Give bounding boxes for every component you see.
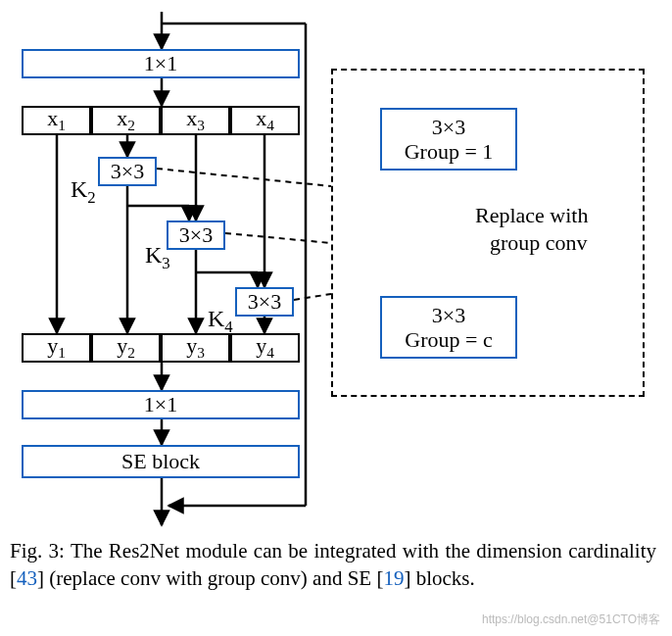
ref-19: 19 [383,566,404,590]
ref-43: 43 [17,566,37,590]
label: 1×1 [144,392,177,417]
out-y2: y2 [91,333,161,363]
k3-label: K3 [145,242,170,273]
label: x1 [47,106,66,134]
out-y4: y4 [230,333,300,363]
label: x3 [186,106,205,134]
line2: Group = 1 [405,139,494,164]
svg-line-20 [225,233,331,243]
label: x4 [256,106,274,134]
top-1x1-conv: 1×1 [22,49,300,78]
edge-label-1: Replace with [475,203,588,228]
groupconv-bottom: 3×3 Group = c [380,296,517,359]
groupconv-top: 3×3 Group = 1 [380,108,517,171]
bottom-1x1-conv: 1×1 [22,390,300,419]
label: y4 [256,333,274,362]
edge-label-2: group conv [490,230,588,256]
diagram-canvas: 1×1 x1 x2 x3 x4 3×3 K2 3×3 K3 3×3 K4 y1 … [0,0,672,529]
label: y1 [47,333,66,362]
line2: Group = c [405,327,492,352]
split-x4: x4 [230,106,300,135]
conv3x3-k2: 3×3 [98,157,157,186]
label: 1×1 [144,51,177,76]
watermark-text: https://blog.csdn.net@51CTO博客 [482,612,660,628]
split-x3: x3 [161,106,230,135]
label: 3×3 [248,289,281,315]
se-block: SE block [22,445,300,478]
label: 3×3 [179,222,213,248]
out-y1: y1 [22,333,91,363]
label: x2 [117,106,135,134]
split-x1: x1 [22,106,91,135]
conv3x3-k4: 3×3 [235,287,294,317]
figure-caption: Fig. 3: The Res2Net module can be integr… [10,537,656,593]
k2-label: K2 [71,176,96,208]
svg-line-21 [294,294,331,300]
line1: 3×3 [432,303,465,327]
line1: 3×3 [432,115,465,139]
label: y3 [186,333,205,362]
label: 3×3 [111,159,144,184]
label: y2 [117,333,135,362]
label: SE block [121,449,200,474]
split-x2: x2 [91,106,161,135]
conv3x3-k3: 3×3 [167,220,225,250]
out-y3: y3 [161,333,230,363]
group-conv-panel: 3×3 Group = 1 Replace with group conv 3×… [331,69,645,397]
